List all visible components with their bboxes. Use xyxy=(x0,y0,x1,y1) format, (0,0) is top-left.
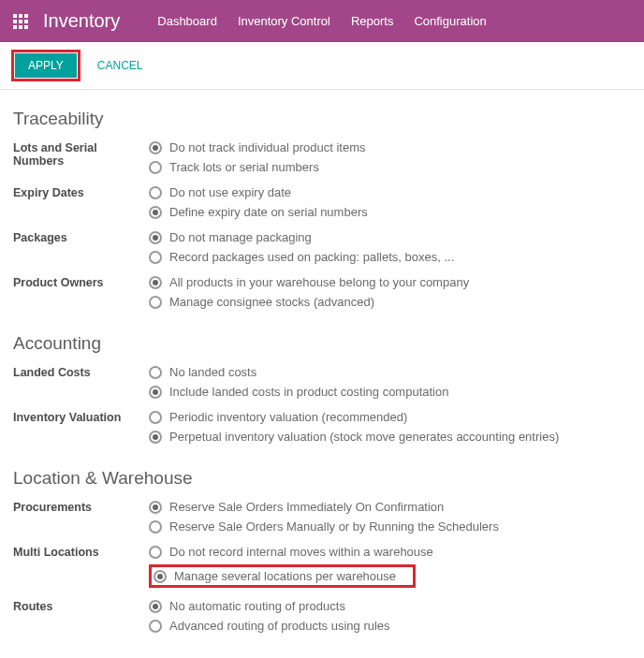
landed-option-1: Include landed costs in product costing … xyxy=(169,385,448,399)
proc-label: Procurements xyxy=(13,500,149,514)
owners-label: Product Owners xyxy=(13,275,149,289)
valuation-radio-0[interactable] xyxy=(149,411,162,424)
setting-routes: Routes No automatic routing of products … xyxy=(13,599,631,638)
nav-dashboard[interactable]: Dashboard xyxy=(157,14,217,28)
routes-label: Routes xyxy=(13,599,149,613)
routes-radio-1[interactable] xyxy=(149,620,162,633)
multi-highlight: Manage several locations per warehouse xyxy=(149,564,416,588)
brand-title: Inventory xyxy=(43,10,120,32)
setting-lots: Lots and Serial Numbers Do not track ind… xyxy=(13,140,631,180)
lots-option-0: Do not track individual product items xyxy=(169,140,366,154)
section-accounting-title: Accounting xyxy=(13,333,631,354)
setting-procurements: Procurements Reserve Sale Orders Immedia… xyxy=(13,500,631,539)
valuation-option-1: Perpetual inventory valuation (stock mov… xyxy=(169,430,559,444)
lots-radio-0[interactable] xyxy=(149,141,162,154)
landed-radio-1[interactable] xyxy=(149,386,162,399)
routes-option-1: Advanced routing of products using rules xyxy=(169,619,390,633)
proc-radio-1[interactable] xyxy=(149,520,162,534)
routes-radio-0[interactable] xyxy=(149,600,162,613)
expiry-option-1: Define expiry date on serial numbers xyxy=(169,205,368,219)
valuation-option-0: Periodic inventory valuation (recommende… xyxy=(169,410,407,424)
nav-inventory-control[interactable]: Inventory Control xyxy=(238,14,330,28)
packages-radio-0[interactable] xyxy=(149,231,162,244)
nav-reports[interactable]: Reports xyxy=(351,14,394,28)
setting-owners: Product Owners All products in your ware… xyxy=(13,275,631,314)
valuation-label: Inventory Valuation xyxy=(13,410,149,424)
nav-configuration[interactable]: Configuration xyxy=(414,14,486,28)
cancel-button[interactable]: CANCEL xyxy=(88,53,153,78)
setting-expiry: Expiry Dates Do not use expiry date Defi… xyxy=(13,185,631,225)
settings-form: Traceability Lots and Serial Numbers Do … xyxy=(0,90,644,658)
lots-option-1: Track lots or serial numbers xyxy=(169,160,319,174)
nav-links: Dashboard Inventory Control Reports Conf… xyxy=(157,14,486,28)
landed-radio-0[interactable] xyxy=(149,366,162,379)
multi-option-1: Manage several locations per warehouse xyxy=(174,569,396,583)
owners-option-1: Manage consignee stocks (advanced) xyxy=(169,295,374,309)
expiry-option-0: Do not use expiry date xyxy=(169,185,291,199)
landed-label: Landed Costs xyxy=(13,365,149,379)
packages-label: Packages xyxy=(13,230,149,244)
valuation-radio-1[interactable] xyxy=(149,431,162,444)
owners-radio-0[interactable] xyxy=(149,276,162,289)
routes-option-0: No automatic routing of products xyxy=(169,599,345,613)
setting-valuation: Inventory Valuation Periodic inventory v… xyxy=(13,410,631,449)
multi-radio-1[interactable] xyxy=(154,570,167,583)
packages-radio-1[interactable] xyxy=(149,251,162,264)
apply-highlight: APPLY xyxy=(11,50,80,81)
owners-option-0: All products in your warehouse belong to… xyxy=(169,275,469,289)
multi-radio-0[interactable] xyxy=(149,546,162,559)
setting-landed: Landed Costs No landed costs Include lan… xyxy=(13,365,631,404)
proc-option-1: Reserve Sale Orders Manually or by Runni… xyxy=(169,519,499,534)
expiry-label: Expiry Dates xyxy=(13,185,149,199)
expiry-radio-1[interactable] xyxy=(149,206,162,219)
expiry-radio-0[interactable] xyxy=(149,186,162,199)
packages-option-1: Record packages used on packing: pallets… xyxy=(169,250,454,264)
section-traceability-title: Traceability xyxy=(13,109,631,129)
multi-label: Multi Locations xyxy=(13,545,149,559)
proc-radio-0[interactable] xyxy=(149,501,162,514)
section-location-title: Location & Warehouse xyxy=(13,468,631,489)
lots-radio-1[interactable] xyxy=(149,161,162,174)
setting-packages: Packages Do not manage packaging Record … xyxy=(13,230,631,270)
navbar: Inventory Dashboard Inventory Control Re… xyxy=(0,0,644,42)
proc-option-0: Reserve Sale Orders Immediately On Confi… xyxy=(169,500,444,514)
action-bar: APPLY CANCEL xyxy=(0,42,644,90)
multi-option-0: Do not record internal moves within a wa… xyxy=(169,545,433,559)
owners-radio-1[interactable] xyxy=(149,296,162,309)
landed-option-0: No landed costs xyxy=(169,365,256,379)
apply-button[interactable]: APPLY xyxy=(15,53,77,78)
apps-icon[interactable] xyxy=(7,8,34,35)
lots-label: Lots and Serial Numbers xyxy=(13,140,149,168)
setting-multi-locations: Multi Locations Do not record internal m… xyxy=(13,545,631,593)
packages-option-0: Do not manage packaging xyxy=(169,230,312,244)
